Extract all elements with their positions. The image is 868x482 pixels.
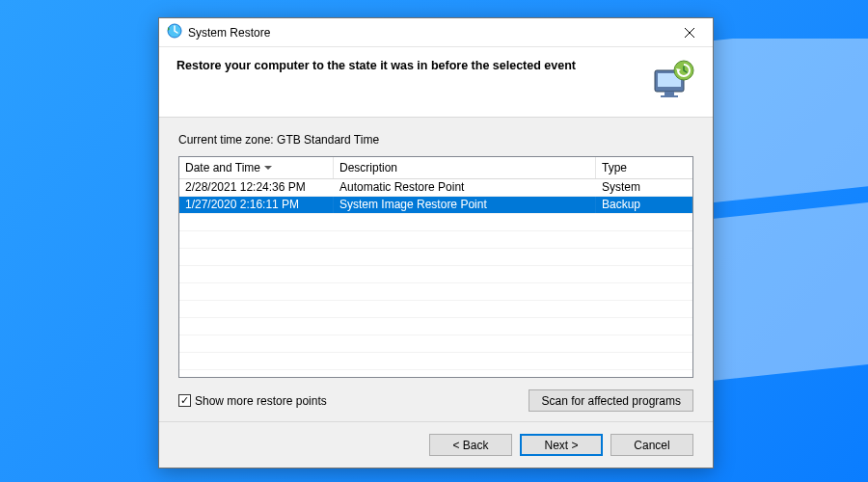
- column-header-type[interactable]: Type: [596, 157, 692, 178]
- svg-rect-3: [712, 201, 868, 382]
- column-header-type-label: Type: [602, 161, 627, 174]
- checkmark-icon: ✓: [178, 394, 191, 407]
- wizard-footer: < Back Next > Cancel: [159, 421, 713, 468]
- below-table-row: ✓ Show more restore points Scan for affe…: [178, 389, 693, 412]
- show-more-checkbox[interactable]: ✓ Show more restore points: [178, 394, 327, 408]
- cell-type: Backup: [596, 197, 692, 213]
- column-header-date[interactable]: Date and Time: [179, 157, 334, 178]
- system-restore-dialog: System Restore Restore your computer to …: [158, 17, 714, 469]
- svg-rect-8: [661, 95, 678, 97]
- system-restore-icon: [167, 23, 182, 41]
- close-button[interactable]: [667, 19, 711, 46]
- titlebar: System Restore: [159, 18, 713, 47]
- cell-type: System: [596, 179, 692, 196]
- timezone-label: Current time zone: GTB Standard Time: [178, 133, 693, 147]
- cell-description: System Image Restore Point: [334, 197, 596, 213]
- table-body: 2/28/2021 12:24:36 PM Automatic Restore …: [179, 179, 692, 377]
- cancel-button[interactable]: Cancel: [610, 434, 693, 456]
- show-more-label: Show more restore points: [195, 394, 327, 408]
- cell-date: 1/27/2020 2:16:11 PM: [179, 197, 334, 213]
- restore-points-table: Date and Time Description Type 2/28/2021…: [178, 156, 693, 378]
- svg-rect-1: [712, 39, 868, 202]
- table-row[interactable]: 2/28/2021 12:24:36 PM Automatic Restore …: [179, 179, 692, 197]
- restore-header-icon: [649, 57, 695, 103]
- next-button[interactable]: Next >: [520, 434, 603, 456]
- close-icon: [685, 28, 694, 38]
- window-title: System Restore: [188, 26, 270, 40]
- column-header-date-label: Date and Time: [185, 161, 260, 174]
- sort-descending-icon: [264, 166, 272, 170]
- table-header: Date and Time Description Type: [179, 157, 692, 179]
- table-row[interactable]: 1/27/2020 2:16:11 PM System Image Restor…: [179, 197, 692, 214]
- column-header-description-label: Description: [339, 161, 397, 174]
- svg-rect-7: [665, 92, 674, 95]
- empty-rows: [179, 214, 692, 370]
- cell-description: Automatic Restore Point: [334, 179, 596, 196]
- cell-date: 2/28/2021 12:24:36 PM: [179, 179, 334, 196]
- wizard-body: Current time zone: GTB Standard Time Dat…: [159, 118, 713, 421]
- page-title: Restore your computer to the state it wa…: [176, 57, 637, 72]
- back-button[interactable]: < Back: [429, 434, 512, 456]
- column-header-description[interactable]: Description: [334, 157, 596, 178]
- wizard-header: Restore your computer to the state it wa…: [159, 47, 713, 118]
- scan-affected-button[interactable]: Scan for affected programs: [529, 389, 693, 412]
